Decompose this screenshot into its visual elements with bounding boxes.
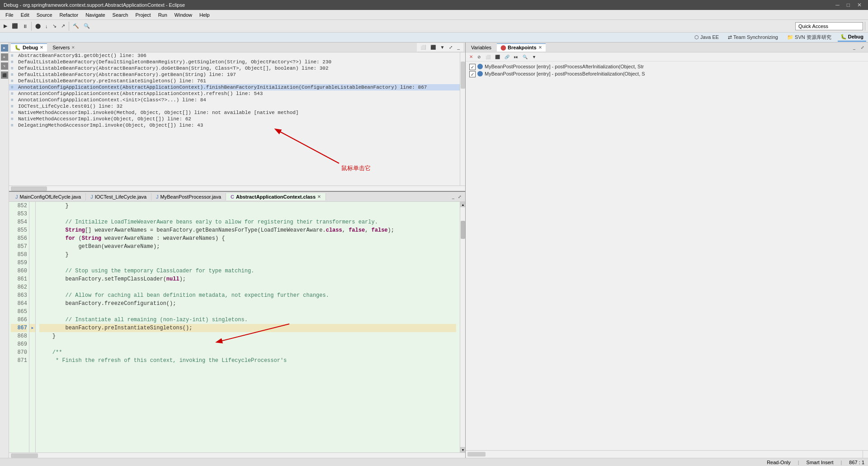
sidebar-icon-3[interactable]: ⌥ — [1, 62, 8, 70]
menu-edit[interactable]: Edit — [17, 11, 33, 19]
stack-item-3[interactable]: ≡ DefaultListableBeanFactory(AbstractBea… — [9, 71, 460, 78]
toolbar-btn-1[interactable]: ▶ — [2, 22, 9, 30]
menu-window[interactable]: Window — [171, 11, 196, 19]
debug-scroll-thumb[interactable] — [461, 62, 465, 89]
stack-item-2[interactable]: ≡ DefaultListableBeanFactory(AbstractBea… — [9, 65, 460, 71]
editor-scroll-down[interactable]: ▼ — [460, 447, 465, 452]
maximize-view-btn[interactable]: ⤢ — [447, 44, 454, 51]
stack-item-5[interactable]: ≡ AnnotationConfigApplicationContext(Abs… — [9, 84, 460, 90]
em-860 — [29, 267, 35, 275]
debug-scrollbar-h[interactable] — [9, 185, 465, 191]
perspective-svn[interactable]: 📁 SVN 资源库研究 — [784, 33, 834, 42]
maximize-button[interactable]: □ — [844, 2, 853, 8]
menu-search[interactable]: Search — [109, 11, 132, 19]
toolbar-btn-4[interactable]: ⬤ — [33, 22, 42, 30]
editor-scrollbar-v[interactable]: ▲ ▼ — [460, 202, 465, 452]
current-line-arrow: ➤ — [31, 325, 34, 331]
stack-item-8[interactable]: ≡ IOCTest_LifeCycle.test01() line: 32 — [9, 103, 460, 109]
em-855 — [29, 226, 35, 234]
code-860: // Stop using the temporary ClassLoader … — [39, 267, 456, 275]
stack-item-4[interactable]: ≡ DefaultListableBeanFactory.preInstanti… — [9, 78, 460, 84]
tab-servers-close[interactable]: ✕ — [71, 45, 75, 50]
menu-source[interactable]: Source — [33, 11, 56, 19]
debug-scrollbar-v[interactable] — [460, 52, 465, 185]
right-minimize-btn[interactable]: _ — [851, 44, 857, 51]
right-hscroll[interactable] — [466, 451, 863, 458]
tab-debug-close[interactable]: ✕ — [40, 45, 43, 50]
menu-refactor[interactable]: Refactor — [56, 11, 82, 19]
expand-btn[interactable]: ⬛ — [429, 44, 438, 51]
tab-breakpoints-close[interactable]: ✕ — [538, 45, 542, 50]
tab-variables[interactable]: Variables — [467, 44, 495, 51]
bp-checkbox-2[interactable] — [469, 71, 476, 77]
bp-checkbox-1[interactable] — [469, 64, 476, 70]
view-menu-btn[interactable]: ▼ — [439, 44, 447, 51]
bp-expand-btn[interactable]: ⬛ — [493, 54, 502, 60]
stack-item-9[interactable]: ≡ NativeMethodAccessorImpl.invoke0(Metho… — [9, 109, 460, 116]
perspective-debug[interactable]: 🐛 Debug — [838, 33, 866, 42]
toolbar-btn-6[interactable]: ↘ — [51, 22, 58, 30]
toolbar-btn-8[interactable]: 🔨 — [71, 22, 81, 30]
code-editor[interactable]: } // Initialize LoadTimeWeaverAware bean… — [36, 202, 460, 452]
toolbar-btn-2[interactable]: ⬛ — [10, 22, 20, 30]
sidebar-icon-2[interactable]: ≡ — [1, 53, 8, 61]
tab-breakpoints[interactable]: ⬤ Breakpoints ✕ — [497, 43, 546, 52]
toolbar-btn-9[interactable]: 🔍 — [82, 22, 92, 30]
bp-item-2[interactable]: MyBeanPostProcessor [entry] - postProces… — [467, 71, 866, 78]
bp-item-1[interactable]: MyBeanPostProcessor [entry] - postProces… — [467, 63, 866, 71]
stack-item-7[interactable]: ≡ AnnotationConfigApplicationContext.<in… — [9, 97, 460, 103]
code-867: beanFactory.preInstantiateSingletons(); — [39, 324, 456, 332]
minimize-view-btn[interactable]: _ — [455, 44, 462, 51]
editor-tab-main[interactable]: J MainConfigOfLifeCycle.java — [11, 193, 86, 200]
editor-scroll-thumb[interactable] — [461, 221, 465, 239]
right-maximize-btn[interactable]: ⤢ — [859, 44, 866, 51]
stack-item-0[interactable]: ≡ AbstractBeanFactory$1.getObject() line… — [9, 52, 460, 59]
editor-hscroll-thumb[interactable] — [11, 453, 38, 458]
quick-access-input[interactable]: Quick Access — [795, 22, 863, 30]
editor-tab-ioc[interactable]: J IOCTest_LifeCycle.java — [86, 193, 151, 200]
debug-hscroll-thumb[interactable] — [11, 186, 47, 191]
menu-file[interactable]: File — [2, 11, 17, 19]
editor-scroll-up[interactable]: ▲ — [460, 202, 465, 207]
bp-link-btn[interactable]: 🔗 — [503, 54, 511, 60]
tab-servers[interactable]: Servers ✕ — [49, 44, 79, 51]
close-button[interactable]: ✕ — [854, 2, 864, 8]
stack-item-11[interactable]: ≡ DelegatingMethodAccessorImpl.invoke(Ob… — [9, 122, 460, 128]
menu-run[interactable]: Run — [155, 11, 171, 19]
toolbar-btn-3[interactable]: ⏸ — [21, 23, 29, 30]
perspective-java-ee[interactable]: ⬡ Java EE — [692, 33, 722, 41]
stack-item-6[interactable]: ≡ AnnotationConfigApplicationContext(Abs… — [9, 90, 460, 97]
editor-tab-mybeanpost[interactable]: J MyBeanPostProcessor.java — [151, 193, 226, 200]
editor-tab-abstract[interactable]: C AbstractApplicationContext.class ✕ — [226, 193, 326, 200]
bp-remove-btn[interactable]: ✕ — [467, 53, 475, 60]
bp-view-menu-btn[interactable]: ▼ — [530, 54, 538, 60]
sidebar-icon-4[interactable]: ⬛ — [1, 71, 8, 79]
collapse-btn[interactable]: ⬜ — [419, 44, 428, 51]
toolbar-btn-5[interactable]: ↓ — [43, 23, 50, 30]
breakpoints-list: MyBeanPostProcessor [entry] - postProces… — [466, 62, 868, 258]
bp-collapse-btn[interactable]: ⬜ — [484, 54, 492, 60]
tab-abstract-close[interactable]: ✕ — [317, 195, 321, 199]
bp-skip-btn[interactable]: ⏭ — [512, 54, 520, 60]
right-hscroll-thumb[interactable] — [467, 452, 486, 456]
stack-item-1[interactable]: ≡ DefaultListableBeanFactory(DefaultSing… — [9, 59, 460, 65]
editor-scrollbar-h[interactable] — [9, 452, 465, 458]
toolbar-btn-7[interactable]: ↗ — [59, 22, 67, 30]
perspective-team-sync[interactable]: ⇄ Team Synchronizing — [725, 33, 781, 41]
editor-maximize-btn[interactable]: ⤢ — [456, 194, 463, 200]
stack-trace-list[interactable]: ≡ AbstractBeanFactory$1.getObject() line… — [9, 52, 460, 185]
tab-debug[interactable]: 🐛 Debug ✕ — [11, 43, 47, 52]
sidebar-icon-1[interactable]: ▶ — [1, 44, 8, 52]
stack-item-10[interactable]: ≡ NativeMethodAccessorImpl.invoke(Object… — [9, 116, 460, 122]
window-controls: ─ □ ✕ — [833, 2, 864, 8]
stack-icon-10: ≡ — [11, 117, 16, 122]
stack-icon-2: ≡ — [11, 66, 16, 71]
minimize-button[interactable]: ─ — [833, 2, 842, 8]
bp-filter-btn[interactable]: 🔍 — [521, 54, 529, 60]
menu-project[interactable]: Project — [132, 11, 154, 19]
right-vscroll[interactable] — [863, 451, 868, 458]
menu-help[interactable]: Help — [196, 11, 213, 19]
menu-navigate[interactable]: Navigate — [82, 11, 108, 19]
editor-minimize-btn[interactable]: _ — [450, 194, 456, 200]
bp-remove-all-btn[interactable]: ⊘ — [476, 54, 483, 60]
